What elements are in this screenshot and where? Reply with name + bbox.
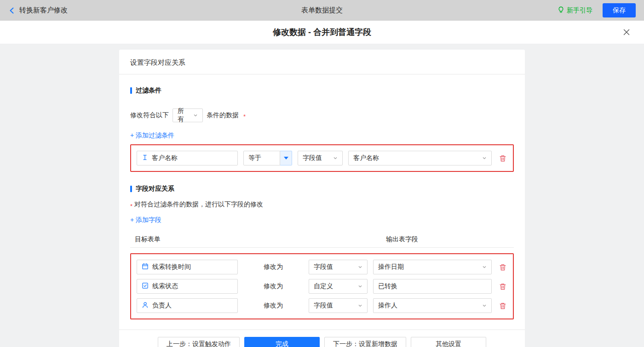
mapping-field-input[interactable]: 线索状态 <box>137 279 238 294</box>
chevron-down-icon <box>358 284 362 289</box>
operator-value: 等于 <box>248 154 261 162</box>
chevron-down-icon <box>333 156 338 160</box>
lightbulb-icon <box>558 6 564 15</box>
add-filter-condition-link[interactable]: + 添加过滤条件 <box>130 131 174 140</box>
chevron-down-icon <box>482 303 487 308</box>
chevron-down-icon <box>193 113 198 118</box>
filter-row: 客户名称 等于 字段值 客户名称 <box>137 151 507 165</box>
mapping-field-input[interactable]: 线索转换时间 <box>137 260 238 274</box>
chevron-down-icon <box>358 303 362 308</box>
mapping-type-select[interactable]: 自定义 <box>309 279 368 294</box>
mapping-field-value: 线索状态 <box>152 282 178 290</box>
condition-suffix-label: 条件的数据 <box>207 111 239 119</box>
add-field-link[interactable]: + 添加字段 <box>130 216 161 224</box>
dialog-body: 设置字段对应关系 过滤条件 修改符合以下 所有 条件的数据 * + 添加过滤条件 <box>0 50 644 347</box>
delete-mapping-icon[interactable] <box>498 283 507 290</box>
mapping-hint: 对符合过滤条件的数据，进行以下字段的修改 <box>134 200 263 209</box>
condition-prefix-label: 修改符合以下 <box>130 111 169 119</box>
mapping-value-input[interactable]: 已转换 <box>373 279 492 294</box>
section-marker <box>130 186 132 192</box>
mapping-hint-row: * 对符合过滤条件的数据，进行以下字段的修改 <box>130 200 514 209</box>
caret-down-icon <box>284 157 288 159</box>
mapping-value-select[interactable]: 操作日期 <box>373 260 492 274</box>
chevron-down-icon <box>358 265 362 269</box>
card-title: 设置字段对应关系 <box>119 50 525 74</box>
delete-filter-icon[interactable] <box>498 154 507 162</box>
calendar-icon <box>142 263 149 271</box>
other-settings-button[interactable]: 其他设置 <box>411 337 486 347</box>
filter-section-heading: 过滤条件 <box>130 86 514 95</box>
topbar-actions: 新手引导 保存 <box>558 3 636 17</box>
text-field-icon <box>142 154 148 162</box>
filter-section-label: 过滤条件 <box>136 86 161 95</box>
chevron-down-icon <box>482 156 487 160</box>
mapping-value-select[interactable]: 操作人 <box>373 298 492 313</box>
person-icon <box>142 301 149 310</box>
next-step-button[interactable]: 下一步：设置新增数据 <box>324 337 406 347</box>
target-form-column-header: 目标表单 <box>135 235 161 244</box>
beginner-guide-label: 新手引导 <box>567 6 592 15</box>
done-button[interactable]: 完成 <box>244 337 320 347</box>
mapping-type-value: 自定义 <box>314 282 333 290</box>
back-label[interactable]: 转换新客户修改 <box>19 6 68 15</box>
delete-mapping-icon[interactable] <box>498 302 507 310</box>
required-mark: * <box>130 203 132 210</box>
mapping-type-select[interactable]: 字段值 <box>309 298 368 313</box>
filter-field-value: 客户名称 <box>152 154 178 162</box>
column-headers: 目标表单 输出表字段 <box>130 235 514 245</box>
delete-mapping-icon[interactable] <box>498 263 507 271</box>
back-chevron-icon[interactable] <box>8 7 16 14</box>
mapping-row: 线索转换时间 修改为 字段值 操作日期 <box>137 260 507 274</box>
modify-to-label: 修改为 <box>243 301 303 310</box>
filter-field-input[interactable]: 客户名称 <box>137 151 238 165</box>
mapping-section-label: 字段对应关系 <box>136 185 174 193</box>
mapping-section-heading: 字段对应关系 <box>130 185 514 193</box>
match-mode-select[interactable]: 所有 <box>172 108 203 122</box>
close-icon[interactable] <box>621 27 632 38</box>
chevron-down-icon <box>482 265 487 269</box>
required-mark: * <box>243 113 246 120</box>
operator-select[interactable]: 等于 <box>243 151 280 165</box>
checkbox-icon <box>142 282 149 290</box>
mapping-row: 负责人 修改为 字段值 操作人 <box>137 298 507 313</box>
match-mode-value: 所有 <box>178 107 190 124</box>
back-nav[interactable]: 转换新客户修改 <box>8 6 68 15</box>
filter-highlight-box: 客户名称 等于 字段值 客户名称 <box>130 144 514 172</box>
operator-group: 等于 <box>243 151 292 165</box>
save-button[interactable]: 保存 <box>603 3 636 17</box>
value-type-value: 字段值 <box>303 154 322 162</box>
top-bar: 转换新客户修改 表单数据提交 新手引导 保存 <box>0 0 644 21</box>
mapping-row: 线索状态 修改为 自定义 已转换 <box>137 279 507 294</box>
mapping-type-value: 字段值 <box>314 263 333 271</box>
filter-condition-row: 修改符合以下 所有 条件的数据 * <box>130 108 514 122</box>
mapping-value: 操作人 <box>378 301 397 310</box>
settings-card: 设置字段对应关系 过滤条件 修改符合以下 所有 条件的数据 * + 添加过滤条件 <box>119 50 525 347</box>
value-type-select[interactable]: 字段值 <box>298 151 343 165</box>
mapping-value: 已转换 <box>378 282 397 290</box>
mapping-type-select[interactable]: 字段值 <box>309 260 368 274</box>
prev-step-button[interactable]: 上一步：设置触发动作 <box>158 337 240 347</box>
page-title: 表单数据提交 <box>0 6 644 15</box>
dialog-title: 修改数据 - 合并到普通字段 <box>273 27 371 38</box>
mapping-field-input[interactable]: 负责人 <box>137 298 238 313</box>
filter-value-select[interactable]: 客户名称 <box>348 151 492 165</box>
mapping-field-value: 线索转换时间 <box>152 263 191 271</box>
mapping-value: 操作日期 <box>378 263 404 271</box>
divider <box>130 247 514 248</box>
beginner-guide-link[interactable]: 新手引导 <box>558 6 592 15</box>
dialog-footer: 上一步：设置触发动作 完成 下一步：设置新增数据 其他设置 <box>119 330 525 347</box>
mapping-field-value: 负责人 <box>152 301 172 310</box>
mapping-highlight-box: 线索转换时间 修改为 字段值 操作日期 <box>130 253 514 319</box>
card-body: 过滤条件 修改符合以下 所有 条件的数据 * + 添加过滤条件 客户名称 <box>119 74 525 319</box>
filter-value: 客户名称 <box>353 154 379 162</box>
section-marker <box>130 87 132 94</box>
modify-to-label: 修改为 <box>243 263 303 271</box>
output-field-column-header: 输出表字段 <box>386 235 418 244</box>
operator-dropdown-button[interactable] <box>280 151 292 165</box>
modify-to-label: 修改为 <box>243 282 303 290</box>
mapping-type-value: 字段值 <box>314 301 333 310</box>
dialog-header: 修改数据 - 合并到普通字段 <box>0 21 644 44</box>
